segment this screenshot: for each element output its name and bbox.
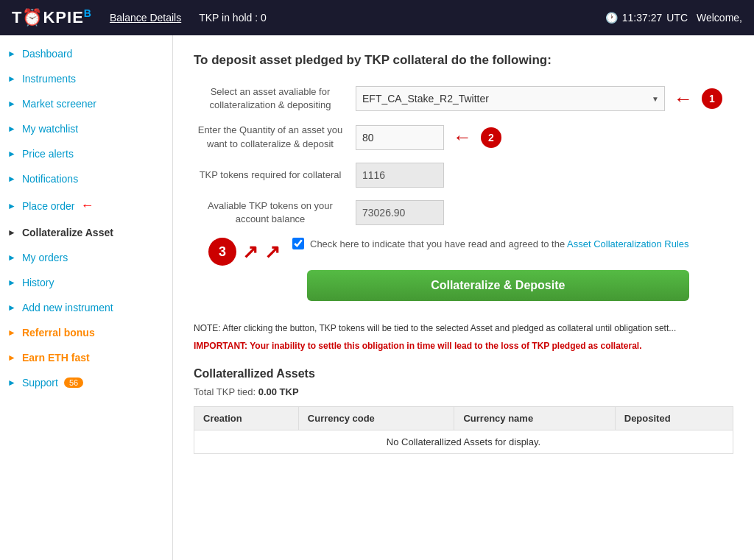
clock-icon: ⏰: [22, 9, 43, 27]
place-order-arrow: ←: [80, 198, 94, 213]
assets-table: Creation Currency code Currency name Dep…: [194, 406, 733, 454]
sidebar-item-history[interactable]: ► History: [0, 270, 172, 295]
chevron-icon: ►: [7, 99, 16, 109]
chevron-icon: ►: [7, 74, 16, 84]
col-creation: Creation: [194, 407, 299, 430]
header-right: 🕐 11:37:27 UTC Welcome,: [605, 12, 742, 24]
annotation-arrow-3b: ↗: [264, 241, 281, 263]
total-tkp-label: Total TKP tied:: [194, 386, 256, 397]
note-important: IMPORTANT: Your inability to settle this…: [194, 339, 733, 352]
logo: T⏰KPIEB: [12, 7, 92, 27]
collateralize-button[interactable]: Collateralize & Deposite: [307, 270, 689, 301]
annotation-badge-1: 1: [702, 88, 722, 109]
tkp-required-control: [356, 163, 444, 188]
checkbox-row: Check here to indicate that you have rea…: [292, 238, 689, 249]
tkp-available-control: [356, 200, 444, 225]
tkp-required-input: [356, 163, 444, 188]
sidebar-item-referral-bonus[interactable]: ► Referral bonus: [0, 320, 172, 345]
chevron-icon: ►: [7, 201, 16, 211]
page-title: To deposit asset pledged by TKP collater…: [194, 53, 733, 68]
time-value: 11:37:27: [622, 12, 663, 24]
asset-control-wrap: EFT_CA_Stake_R2_Twitter ← 1: [356, 86, 722, 111]
logo-kpie: KPIE: [43, 9, 83, 27]
main-content: To deposit asset pledged by TKP collater…: [173, 35, 754, 560]
total-tkp-value: 0.00 TKP: [258, 386, 299, 397]
chevron-icon: ►: [7, 149, 16, 159]
balance-details-link[interactable]: Balance Details: [110, 12, 181, 24]
sidebar-label: Instruments: [22, 73, 76, 85]
col-currency-code: Currency code: [298, 407, 454, 430]
sidebar-label: Earn ETH fast: [22, 352, 90, 364]
collateralization-rules-link[interactable]: Asset Collateralization Rules: [567, 238, 688, 249]
welcome-text: Welcome,: [697, 12, 742, 24]
sidebar-item-price-alerts[interactable]: ► Price alerts: [0, 141, 172, 166]
asset-select-row: Select an asset avaliable for collateral…: [194, 85, 733, 112]
sidebar-label: History: [22, 277, 54, 288]
chevron-icon: ►: [7, 227, 16, 238]
sidebar-label: Market screener: [22, 98, 96, 110]
logo-b: B: [84, 7, 92, 19]
sidebar-label: Notifications: [22, 173, 78, 185]
tkp-required-label: TKP tokens required for collateral: [194, 169, 356, 182]
collateralized-assets-title: Collaterallized Assets: [194, 367, 733, 380]
col-currency-name: Currency name: [454, 407, 615, 430]
quantity-input[interactable]: [356, 125, 444, 150]
sidebar-item-earn-eth-fast[interactable]: ► Earn ETH fast: [0, 345, 172, 370]
sidebar-label: Referral bonus: [22, 327, 95, 339]
tkp-available-row: Avaliable TKP tokens on your account bal…: [194, 199, 733, 226]
sidebar-item-add-new-instrument[interactable]: ► Add new instrument: [0, 295, 172, 320]
annotation-arrow-1: ←: [674, 88, 693, 110]
annotation-badge-3: 3: [208, 238, 236, 266]
sidebar-label: Add new instrument: [22, 302, 113, 313]
top-header: T⏰KPIEB Balance Details TKP in hold : 0 …: [0, 0, 754, 35]
utc-label: UTC: [666, 12, 688, 24]
sidebar: ► Dashboard ► Instruments ► Market scree…: [0, 35, 173, 560]
note-text: NOTE: After clicking the button, TKP tok…: [194, 322, 733, 335]
tkp-available-input: [356, 200, 444, 225]
sidebar-item-notifications[interactable]: ► Notifications: [0, 166, 172, 191]
annotation-badge-2: 2: [481, 127, 501, 148]
sidebar-item-collateralize-asset[interactable]: ► Collateralize Asset: [0, 220, 172, 245]
sidebar-label: My watchlist: [22, 123, 78, 135]
sidebar-item-place-order[interactable]: ► Place order ←: [0, 191, 172, 220]
tkp-available-label: Avaliable TKP tokens on your account bal…: [194, 199, 356, 226]
sidebar-label: Collateralize Asset: [22, 227, 113, 238]
sidebar-label: My orders: [22, 252, 68, 263]
sidebar-item-support[interactable]: ► Support 56: [0, 370, 172, 395]
tkp-hold-label: TKP in hold : 0: [199, 12, 267, 24]
col-deposited: Deposited: [615, 407, 733, 430]
empty-row: No Collaterallized Assets for display.: [194, 430, 733, 454]
asset-select-wrapper: EFT_CA_Stake_R2_Twitter: [356, 86, 665, 111]
annotation-arrow-3a: ↗: [242, 241, 258, 263]
chevron-icon: ►: [7, 174, 16, 184]
sidebar-item-instruments[interactable]: ► Instruments: [0, 66, 172, 91]
support-badge: 56: [64, 378, 83, 388]
asset-select[interactable]: EFT_CA_Stake_R2_Twitter: [356, 86, 665, 111]
header-time: 🕐 11:37:27 UTC: [605, 12, 688, 24]
quantity-control-wrap: ← 2: [356, 125, 501, 150]
sidebar-item-dashboard[interactable]: ► Dashboard: [0, 41, 172, 66]
asset-label: Select an asset avaliable for collateral…: [194, 85, 356, 112]
main-layout: ► Dashboard ► Instruments ► Market scree…: [0, 35, 754, 560]
sidebar-item-my-orders[interactable]: ► My orders: [0, 245, 172, 270]
chevron-icon: ►: [7, 378, 16, 388]
tkp-required-row: TKP tokens required for collateral: [194, 163, 733, 188]
chevron-icon: ►: [7, 327, 16, 338]
logo-t: T: [12, 9, 22, 27]
chevron-icon: ►: [7, 124, 16, 134]
clock-icon-header: 🕐: [605, 12, 618, 24]
chevron-icon: ►: [7, 252, 16, 263]
total-tkp: Total TKP tied: 0.00 TKP: [194, 386, 733, 397]
empty-message: No Collaterallized Assets for display.: [194, 430, 733, 454]
chevron-icon: ►: [7, 277, 16, 288]
chevron-icon: ►: [7, 352, 16, 363]
chevron-icon: ►: [7, 49, 16, 59]
quantity-row: Enter the Quantity of an asset you want …: [194, 124, 733, 150]
sidebar-label: Dashboard: [22, 48, 73, 60]
sidebar-label: Place order: [22, 200, 75, 212]
sidebar-item-my-watchlist[interactable]: ► My watchlist: [0, 116, 172, 141]
annotation-arrow-2: ←: [453, 126, 472, 149]
rules-checkbox[interactable]: [292, 238, 304, 249]
sidebar-item-market-screener[interactable]: ► Market screener: [0, 91, 172, 116]
checkbox-label: Check here to indicate that you have rea…: [310, 238, 689, 249]
